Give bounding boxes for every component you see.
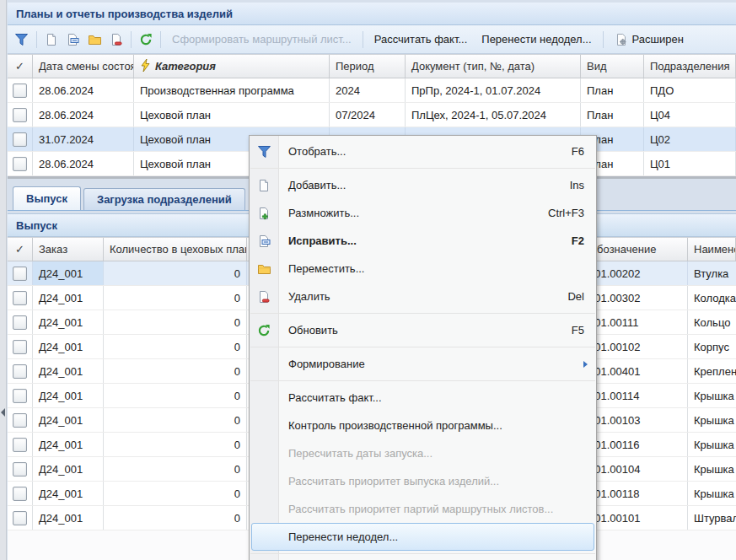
menu-item-kontrol-programmy[interactable]: Контроль производственной программы... xyxy=(250,412,596,439)
col-kind-header[interactable]: Вид xyxy=(581,55,644,78)
extended-button[interactable]: Расширен xyxy=(611,33,687,46)
menu-item-shortcut: F6 xyxy=(572,145,584,158)
move-shortfall-button[interactable]: Перенести недодел... xyxy=(478,33,594,46)
menu-item-perenesti-nedodel[interactable]: Перенести недодел... xyxy=(251,523,594,551)
row-checkbox[interactable] xyxy=(8,78,33,102)
col-code-header[interactable]: Обозначение xyxy=(583,238,688,261)
cell-period: 07/2024 xyxy=(330,103,406,127)
cell-date: 28.06.2024 xyxy=(33,103,134,127)
menu-item-razmnozhit[interactable]: Размножить... Ctrl+F3 xyxy=(250,199,596,227)
refresh-button[interactable] xyxy=(139,33,153,46)
select-all-header[interactable]: ✓ xyxy=(8,238,33,261)
select-all-header[interactable]: ✓ xyxy=(8,55,33,78)
menu-item-shortcut: Ins xyxy=(570,179,584,191)
row-checkbox[interactable] xyxy=(8,103,33,127)
toolbar-separator xyxy=(363,31,363,48)
form-route-list-button[interactable]: Сформировать маршрутный лист... xyxy=(169,33,355,46)
cell-order: Д24_001 xyxy=(33,506,104,530)
tab-vypusk[interactable]: Выпуск xyxy=(13,186,81,210)
menu-item-formirovanie[interactable]: Формирование xyxy=(250,350,596,378)
col-category-header[interactable]: Категория xyxy=(134,55,330,78)
row-checkbox[interactable] xyxy=(8,127,33,151)
menu-item-dobavit[interactable]: Добавить... Ins xyxy=(250,171,596,199)
row-checkbox[interactable] xyxy=(8,408,33,432)
menu-item-label: Добавить... xyxy=(288,179,346,191)
cell-kind: План xyxy=(581,78,644,102)
checkbox-icon xyxy=(13,364,27,379)
cell-code: 001.00101 xyxy=(583,506,688,530)
col-departments-header[interactable]: Подразделения xyxy=(644,55,736,78)
checkbox-icon xyxy=(13,462,27,477)
col-order-header[interactable]: Заказ xyxy=(33,238,104,261)
row-checkbox[interactable] xyxy=(8,286,33,310)
open-folder-button[interactable] xyxy=(88,33,102,46)
calc-fact-button[interactable]: Рассчитать факт... xyxy=(371,33,471,46)
toolbar-separator xyxy=(160,31,161,48)
toolbar: Сформировать маршрутный лист... Рассчита… xyxy=(8,25,736,54)
tab-zagruzka-podrazdelenij[interactable]: Загрузка подразделений xyxy=(83,188,245,210)
cell-qty: 0 xyxy=(104,506,247,530)
cell-department: Ц02 xyxy=(644,127,736,151)
row-checkbox[interactable] xyxy=(8,261,33,285)
filter-button[interactable] xyxy=(14,33,29,46)
add-document-button[interactable] xyxy=(45,33,58,46)
cell-department: Ц04 xyxy=(644,103,736,127)
left-splitter[interactable] xyxy=(0,0,7,560)
menu-item-pereschitat-daty[interactable]: Пересчитать даты запуска... xyxy=(250,439,596,467)
row-checkbox[interactable] xyxy=(8,310,33,334)
menu-item-label: Размножить... xyxy=(288,207,359,219)
menu-item-obnovit[interactable]: Обновить F5 xyxy=(250,316,596,344)
row-checkbox[interactable] xyxy=(8,335,33,358)
col-period-header[interactable]: Период xyxy=(330,55,406,78)
toolbar-separator xyxy=(36,31,37,48)
toolbar-separator xyxy=(131,31,132,48)
col-document-header[interactable]: Документ (тип, №, дата) xyxy=(406,55,581,78)
row-checkbox[interactable] xyxy=(8,359,33,383)
menu-separator xyxy=(250,380,595,381)
cell-qty: 0 xyxy=(104,384,247,407)
row-checkbox[interactable] xyxy=(8,152,33,175)
col-category-label: Категория xyxy=(155,60,216,73)
cell-name: Крышка xyxy=(688,384,736,407)
row-checkbox[interactable] xyxy=(8,384,33,407)
cell-code: 001.00103 xyxy=(583,408,688,432)
tab-label: Загрузка подразделений xyxy=(97,193,232,206)
menu-item-label: Рассчитать факт... xyxy=(288,391,382,404)
col-date-header[interactable]: Дата смены состояния xyxy=(33,55,134,78)
menu-item-shortcut: F2 xyxy=(572,234,584,247)
cell-document: ПлЦех, 2024-1, 05.07.2024 xyxy=(406,103,581,127)
cell-order: Д24_001 xyxy=(33,310,104,334)
checkbox-icon xyxy=(13,291,27,305)
cell-name: Крышка xyxy=(688,482,736,505)
table-row[interactable]: 28.06.2024 Цеховой план 07/2024 ПлЦех, 2… xyxy=(8,103,736,127)
row-checkbox[interactable] xyxy=(8,433,33,456)
cell-order: Д24_001 xyxy=(33,408,104,432)
check-icon: ✓ xyxy=(15,60,24,73)
edit-document-button[interactable] xyxy=(66,33,80,46)
menu-separator xyxy=(250,347,595,347)
cell-qty: 0 xyxy=(104,457,247,481)
check-icon: ✓ xyxy=(15,243,24,256)
checkbox-icon xyxy=(13,511,27,525)
cell-date: 28.06.2024 xyxy=(33,152,134,175)
cell-order: Д24_001 xyxy=(33,261,104,285)
menu-item-ispravit[interactable]: Исправить... F2 xyxy=(250,227,596,255)
col-name-header[interactable]: Наименование xyxy=(688,238,736,261)
collapse-left-icon[interactable] xyxy=(1,408,5,417)
cell-code: 001.00202 xyxy=(583,261,688,285)
menu-item-udalit[interactable]: Удалить Del xyxy=(250,283,596,310)
table-row[interactable]: 28.06.2024 Производственная программа 20… xyxy=(8,78,736,103)
row-checkbox[interactable] xyxy=(8,457,33,481)
row-checkbox[interactable] xyxy=(8,482,33,505)
delete-document-button[interactable] xyxy=(110,33,123,46)
checkbox-icon xyxy=(13,487,27,501)
menu-item-otobrat[interactable]: Отобрать... F6 xyxy=(250,137,596,165)
checkbox-icon xyxy=(13,108,27,122)
col-qty-header[interactable]: Количество в цеховых планах xyxy=(104,238,247,261)
menu-item-prioritet-izdelij[interactable]: Рассчитать приоритет выпуска изделий... xyxy=(250,467,596,495)
page-title: Планы и отчеты производства изделий xyxy=(16,8,233,20)
menu-item-peremestit[interactable]: Переместить... xyxy=(250,255,596,283)
menu-item-prioritet-partij[interactable]: Рассчитать приоритет партий маршрутных л… xyxy=(250,495,596,523)
menu-item-rasschitat-fakt[interactable]: Рассчитать факт... xyxy=(250,384,596,412)
row-checkbox[interactable] xyxy=(8,506,33,530)
